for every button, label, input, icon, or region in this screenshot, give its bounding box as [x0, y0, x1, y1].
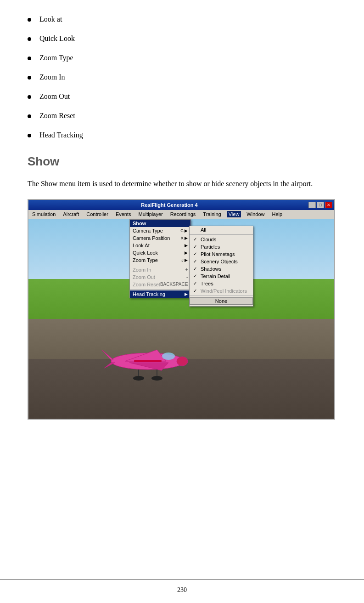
check-icon: ✓	[193, 244, 199, 249]
bullet-dot	[28, 37, 31, 41]
sub-label: Scenery Objects	[201, 259, 238, 264]
sub-row-particles[interactable]: ✓ Particles	[190, 243, 253, 250]
submenu-panel: All ✓ Clouds ✓ Particles ✓ Pilot Nametag…	[189, 226, 253, 307]
section-heading: Show	[28, 154, 336, 169]
menu-row-camera-type[interactable]: Camera Type C ▶	[130, 227, 190, 234]
menu-bar: Simulation Aircraft Controller Events Mu…	[28, 210, 334, 219]
menu-events[interactable]: Events	[114, 211, 133, 217]
menu-multiplayer[interactable]: Multiplayer	[137, 211, 165, 217]
sub-row-wind-indicators[interactable]: ✓ Wind/Peel Indicators	[190, 287, 253, 295]
submenu-arrow: C ▶	[180, 228, 188, 233]
list-item-text: Look at	[39, 14, 62, 25]
sub-divider-2	[190, 296, 253, 296]
list-item-text: Zoom Reset	[39, 110, 75, 121]
menu-label: Camera Type	[133, 228, 163, 233]
window-title: RealFlight Generation 4	[30, 202, 308, 208]
sub-label: Shadows	[201, 266, 221, 272]
title-bar-buttons: _ □ ✕	[308, 202, 332, 208]
dropdown-overlay: Show Camera Type C ▶ Camera Position X ▶…	[129, 219, 191, 298]
menu-row-quick-look[interactable]: Quick Look ▶	[130, 249, 190, 256]
menu-recordings[interactable]: Recordings	[168, 211, 198, 217]
minimize-button[interactable]: _	[308, 202, 316, 208]
menu-training[interactable]: Training	[201, 211, 223, 217]
list-item-text: Zoom Type	[39, 52, 73, 63]
bullet-dot	[28, 95, 31, 99]
menu-label: Head Tracking	[133, 291, 165, 297]
menu-view[interactable]: View	[227, 211, 241, 217]
sub-label: Particles	[201, 244, 220, 250]
list-item-text: Head Tracking	[39, 130, 83, 141]
menu-help[interactable]: Help	[270, 211, 284, 217]
svg-point-10	[133, 376, 144, 381]
title-bar: RealFlight Generation 4 _ □ ✕	[28, 200, 334, 210]
menu-aircraft[interactable]: Aircraft	[61, 211, 81, 217]
sub-row-clouds[interactable]: ✓ Clouds	[190, 236, 253, 243]
screenshot: RealFlight Generation 4 _ □ ✕ Simulation…	[28, 199, 335, 420]
menu-label: Zoom In	[133, 267, 151, 273]
list-item-text: Quick Look	[39, 33, 75, 44]
svg-point-5	[177, 357, 188, 366]
menu-row-camera-position[interactable]: Camera Position X ▶	[130, 234, 190, 242]
sub-divider	[190, 234, 253, 235]
menu-simulation[interactable]: Simulation	[30, 211, 57, 217]
menu-label: Look At	[133, 243, 150, 248]
bullet-dot	[28, 57, 31, 60]
none-button[interactable]: None	[190, 297, 253, 305]
shortcut: BACKSPACE	[160, 282, 188, 287]
list-item: Zoom Type	[28, 52, 336, 63]
menu-row-zoom-in[interactable]: Zoom In +	[130, 266, 190, 273]
submenu-arrow: J ▶	[181, 258, 188, 262]
page-number-area: 230	[0, 580, 364, 594]
sub-row-pilot-nametags[interactable]: ✓ Pilot Nametags	[190, 250, 253, 258]
shortcut: -	[186, 274, 188, 279]
sub-label: Terrain Detail	[201, 273, 230, 279]
list-item: Quick Look	[28, 33, 336, 44]
menu-row-head-tracking[interactable]: Head Tracking ▶	[130, 290, 190, 298]
list-item: Zoom Reset	[28, 110, 336, 121]
sub-label: All	[201, 227, 206, 233]
sub-row-shadows[interactable]: ✓ Shadows	[190, 265, 253, 273]
list-item: Head Tracking	[28, 130, 336, 141]
check-icon: ✓	[193, 237, 199, 242]
svg-marker-4	[104, 363, 115, 368]
menu-window[interactable]: Window	[245, 211, 266, 217]
menu-controller[interactable]: Controller	[84, 211, 110, 217]
menu-row-look-at[interactable]: Look At ▶	[130, 242, 190, 249]
bullet-list: Look at Quick Look Zoom Type Zoom In Zoo…	[28, 14, 336, 141]
check-icon: ✓	[193, 259, 199, 264]
submenu-arrow: X ▶	[181, 236, 188, 240]
list-item: Zoom Out	[28, 91, 336, 102]
check-icon: ✓	[193, 281, 199, 286]
sub-row-terrain-detail[interactable]: ✓ Terrain Detail	[190, 273, 253, 280]
menu-label: Zoom Out	[133, 274, 155, 280]
submenu-arrow: ▶	[185, 250, 188, 255]
menu-divider	[130, 265, 190, 265]
menu-row-zoom-out[interactable]: Zoom Out -	[130, 273, 190, 281]
submenu-arrow: ▶	[185, 292, 188, 296]
bullet-dot	[28, 114, 31, 118]
list-item: Zoom In	[28, 72, 336, 83]
menu-divider-2	[130, 289, 190, 290]
check-icon: ✓	[193, 251, 199, 256]
close-button[interactable]: ✕	[325, 202, 332, 208]
maximize-button[interactable]: □	[317, 202, 324, 208]
show-menu-header: Show	[130, 220, 190, 227]
svg-point-11	[151, 376, 162, 381]
menu-label: Zoom Type	[133, 257, 158, 263]
list-item-text: Zoom In	[39, 72, 65, 83]
menu-row-zoom-type[interactable]: Zoom Type J ▶	[130, 256, 190, 264]
bullet-dot	[28, 134, 31, 137]
menu-label: Zoom Reset	[133, 282, 160, 287]
sub-row-scenery-objects[interactable]: ✓ Scenery Objects	[190, 258, 253, 265]
section-body: The Show menu item is used to determine …	[28, 178, 336, 190]
menu-row-zoom-reset[interactable]: Zoom Reset BACKSPACE	[130, 281, 190, 288]
sub-row-all[interactable]: All	[190, 226, 253, 233]
shortcut: +	[185, 267, 188, 272]
sub-row-trees[interactable]: ✓ Trees	[190, 280, 253, 287]
page: Look at Quick Look Zoom Type Zoom In Zoo…	[0, 0, 364, 603]
list-item-text: Zoom Out	[39, 91, 70, 102]
menu-label: Quick Look	[133, 250, 158, 256]
svg-marker-3	[102, 350, 113, 360]
sub-label: Pilot Nametags	[201, 251, 235, 257]
submenu-arrow: ▶	[185, 243, 188, 248]
